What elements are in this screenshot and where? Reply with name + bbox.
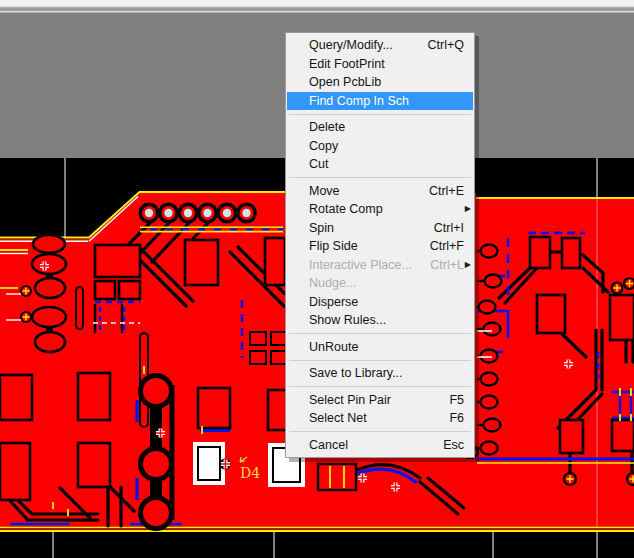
menu-item-delete[interactable]: Delete (287, 118, 473, 137)
menu-item-save-to-library[interactable]: Save to Library... (287, 364, 473, 383)
menu-item-select-pin-pair[interactable]: Select Pin Pair F5 (287, 391, 473, 410)
menu-item-disperse[interactable]: Disperse (287, 293, 473, 312)
menu-item-unroute[interactable]: UnRoute (287, 338, 473, 357)
menu-item-label: Spin (309, 221, 424, 235)
menu-item-shortcut: F6 (449, 411, 464, 425)
menu-item-shortcut: F5 (449, 393, 464, 407)
menu-separator (289, 386, 471, 387)
menu-item-label: Rotate Comp (309, 202, 464, 216)
menu-item-label: Edit FootPrint (309, 57, 464, 71)
menu-item-label: Open PcbLib (309, 75, 464, 89)
menu-item-shortcut: Esc (443, 438, 464, 452)
menu-item-label: UnRoute (309, 340, 464, 354)
menu-separator (289, 431, 471, 432)
pcb-editor-window: D4 Query/Modify... Ctrl+Q Edit FootPrint… (0, 0, 634, 558)
submenu-arrow-icon: ▶ (465, 261, 471, 269)
menu-item-spin[interactable]: Spin Ctrl+I (287, 219, 473, 238)
menu-item-label: Move (309, 184, 419, 198)
menu-item-find-comp-in-sch[interactable]: Find Comp In Sch (287, 92, 473, 111)
menu-item-shortcut: Ctrl+I (434, 221, 464, 235)
menu-separator (289, 360, 471, 361)
menu-item-label: Delete (309, 120, 464, 134)
menu-item-label: Cut (309, 157, 464, 171)
menu-item-flip-side[interactable]: Flip Side Ctrl+F (287, 237, 473, 256)
menu-separator (289, 333, 471, 334)
menu-item-label: Show Rules... (309, 313, 464, 327)
context-menu: Query/Modify... Ctrl+Q Edit FootPrint Op… (285, 32, 475, 458)
menu-item-copy[interactable]: Copy (287, 137, 473, 156)
menu-item-open-pcblib[interactable]: Open PcbLib (287, 73, 473, 92)
menu-item-show-rules[interactable]: Show Rules... (287, 311, 473, 330)
menu-item-shortcut: Ctrl+F (430, 239, 464, 253)
submenu-arrow-icon: ▶ (465, 205, 471, 213)
menu-item-label: Flip Side (309, 239, 420, 253)
menu-item-label: Disperse (309, 295, 464, 309)
menu-item-interactive-place: Interactive Place... Ctrl+L ▶ (287, 256, 473, 275)
menu-item-select-net[interactable]: Select Net F6 (287, 409, 473, 428)
menu-item-nudge: Nudge... (287, 274, 473, 293)
menu-item-edit-footprint[interactable]: Edit FootPrint (287, 55, 473, 74)
menu-item-move[interactable]: Move Ctrl+E (287, 182, 473, 201)
menu-item-shortcut: Ctrl+L (430, 258, 464, 272)
menu-item-cancel[interactable]: Cancel Esc (287, 436, 473, 455)
menu-item-rotate-comp[interactable]: Rotate Comp ▶ (287, 200, 473, 219)
menu-separator (289, 177, 471, 178)
menu-item-label: Cancel (309, 438, 433, 452)
menu-item-shortcut: Ctrl+Q (428, 38, 464, 52)
menu-item-label: Select Pin Pair (309, 393, 439, 407)
connector-pad-chain (141, 376, 173, 529)
menu-item-label: Copy (309, 139, 464, 153)
menu-item-label: Select Net (309, 411, 439, 425)
menu-item-label: Save to Library... (309, 366, 464, 380)
menu-item-label: Nudge... (309, 276, 464, 290)
menu-item-cut[interactable]: Cut (287, 155, 473, 174)
menu-item-shortcut: Ctrl+E (429, 184, 464, 198)
menu-item-label: Query/Modify... (309, 38, 418, 52)
menu-separator (289, 114, 471, 115)
menu-item-label: Interactive Place... (309, 258, 420, 272)
menu-item-query-modify[interactable]: Query/Modify... Ctrl+Q (287, 36, 473, 55)
component-reference-d4: D4 (240, 465, 260, 481)
menu-item-label: Find Comp In Sch (309, 94, 464, 108)
